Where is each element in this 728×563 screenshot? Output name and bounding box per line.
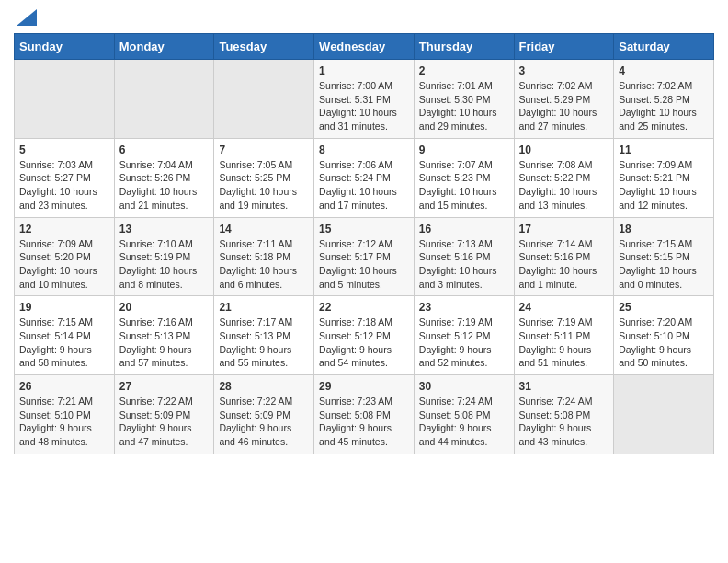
calendar-cell: 22Sunrise: 7:18 AM Sunset: 5:12 PM Dayli… (314, 296, 415, 375)
day-info: Sunrise: 7:22 AM Sunset: 5:09 PM Dayligh… (119, 396, 193, 447)
week-row-5: 26Sunrise: 7:21 AM Sunset: 5:10 PM Dayli… (15, 375, 714, 454)
day-info: Sunrise: 7:01 AM Sunset: 5:30 PM Dayligh… (419, 80, 497, 132)
day-number: 16 (419, 223, 509, 236)
svg-marker-0 (17, 9, 37, 26)
week-row-3: 12Sunrise: 7:09 AM Sunset: 5:20 PM Dayli… (15, 217, 714, 296)
day-number: 7 (219, 144, 309, 156)
header (14, 9, 714, 26)
calendar-cell: 23Sunrise: 7:19 AM Sunset: 5:12 PM Dayli… (414, 296, 514, 375)
day-number: 28 (219, 380, 309, 393)
day-info: Sunrise: 7:24 AM Sunset: 5:08 PM Dayligh… (419, 396, 493, 447)
day-number: 6 (119, 144, 210, 156)
calendar-cell: 19Sunrise: 7:15 AM Sunset: 5:14 PM Dayli… (15, 296, 115, 375)
day-number: 29 (319, 380, 409, 393)
calendar-cell: 8Sunrise: 7:06 AM Sunset: 5:24 PM Daylig… (314, 138, 415, 217)
calendar-cell (214, 60, 314, 139)
day-info: Sunrise: 7:09 AM Sunset: 5:21 PM Dayligh… (619, 159, 697, 211)
calendar-cell: 20Sunrise: 7:16 AM Sunset: 5:13 PM Dayli… (114, 296, 214, 375)
weekday-header-friday: Friday (514, 34, 614, 60)
day-info: Sunrise: 7:05 AM Sunset: 5:25 PM Dayligh… (219, 159, 297, 211)
weekday-header-tuesday: Tuesday (214, 34, 314, 60)
day-number: 31 (519, 380, 609, 393)
calendar-cell: 4Sunrise: 7:02 AM Sunset: 5:28 PM Daylig… (614, 60, 714, 139)
calendar-cell: 26Sunrise: 7:21 AM Sunset: 5:10 PM Dayli… (15, 375, 115, 454)
weekday-header-wednesday: Wednesday (314, 34, 415, 60)
calendar-cell: 13Sunrise: 7:10 AM Sunset: 5:19 PM Dayli… (114, 217, 214, 296)
day-info: Sunrise: 7:06 AM Sunset: 5:24 PM Dayligh… (319, 159, 397, 211)
day-info: Sunrise: 7:15 AM Sunset: 5:15 PM Dayligh… (619, 238, 697, 290)
day-info: Sunrise: 7:02 AM Sunset: 5:29 PM Dayligh… (519, 80, 597, 132)
day-number: 14 (219, 223, 309, 236)
calendar-cell: 16Sunrise: 7:13 AM Sunset: 5:16 PM Dayli… (414, 217, 514, 296)
day-info: Sunrise: 7:17 AM Sunset: 5:13 PM Dayligh… (219, 316, 292, 368)
day-info: Sunrise: 7:09 AM Sunset: 5:20 PM Dayligh… (19, 238, 97, 290)
calendar-cell: 30Sunrise: 7:24 AM Sunset: 5:08 PM Dayli… (414, 375, 514, 454)
day-number: 19 (19, 301, 109, 314)
day-info: Sunrise: 7:23 AM Sunset: 5:08 PM Dayligh… (319, 396, 392, 447)
week-row-1: 1Sunrise: 7:00 AM Sunset: 5:31 PM Daylig… (15, 60, 714, 139)
calendar-table: SundayMondayTuesdayWednesdayThursdayFrid… (14, 33, 714, 454)
calendar-cell: 5Sunrise: 7:03 AM Sunset: 5:27 PM Daylig… (15, 138, 115, 217)
weekday-header-sunday: Sunday (15, 34, 115, 60)
weekday-header-thursday: Thursday (414, 34, 514, 60)
day-number: 27 (119, 380, 210, 393)
calendar-cell (15, 60, 115, 139)
calendar-cell: 29Sunrise: 7:23 AM Sunset: 5:08 PM Dayli… (314, 375, 415, 454)
day-info: Sunrise: 7:12 AM Sunset: 5:17 PM Dayligh… (319, 238, 397, 290)
day-info: Sunrise: 7:19 AM Sunset: 5:11 PM Dayligh… (519, 316, 593, 368)
day-info: Sunrise: 7:02 AM Sunset: 5:28 PM Dayligh… (619, 80, 697, 132)
page: SundayMondayTuesdayWednesdayThursdayFrid… (0, 0, 728, 468)
weekday-header-row: SundayMondayTuesdayWednesdayThursdayFrid… (15, 34, 714, 60)
day-number: 9 (419, 144, 509, 156)
calendar-cell: 15Sunrise: 7:12 AM Sunset: 5:17 PM Dayli… (314, 217, 415, 296)
calendar-cell (114, 60, 214, 139)
day-info: Sunrise: 7:21 AM Sunset: 5:10 PM Dayligh… (19, 396, 93, 447)
day-number: 24 (519, 301, 609, 314)
day-number: 12 (19, 223, 109, 236)
calendar-cell: 18Sunrise: 7:15 AM Sunset: 5:15 PM Dayli… (614, 217, 714, 296)
day-number: 2 (419, 64, 509, 77)
day-number: 15 (319, 223, 409, 236)
calendar-cell: 6Sunrise: 7:04 AM Sunset: 5:26 PM Daylig… (114, 138, 214, 217)
day-info: Sunrise: 7:16 AM Sunset: 5:13 PM Dayligh… (119, 316, 193, 368)
calendar-cell: 27Sunrise: 7:22 AM Sunset: 5:09 PM Dayli… (114, 375, 214, 454)
day-info: Sunrise: 7:10 AM Sunset: 5:19 PM Dayligh… (119, 238, 198, 290)
day-number: 23 (419, 301, 509, 314)
day-number: 21 (219, 301, 309, 314)
day-number: 20 (119, 301, 210, 314)
day-number: 18 (619, 223, 709, 236)
day-info: Sunrise: 7:22 AM Sunset: 5:09 PM Dayligh… (219, 396, 292, 447)
day-number: 11 (619, 144, 709, 156)
day-number: 26 (19, 380, 109, 393)
calendar-cell (614, 375, 714, 454)
day-number: 1 (319, 64, 409, 77)
calendar-cell: 2Sunrise: 7:01 AM Sunset: 5:30 PM Daylig… (414, 60, 514, 139)
calendar-cell: 7Sunrise: 7:05 AM Sunset: 5:25 PM Daylig… (214, 138, 314, 217)
day-info: Sunrise: 7:20 AM Sunset: 5:10 PM Dayligh… (619, 316, 692, 368)
week-row-2: 5Sunrise: 7:03 AM Sunset: 5:27 PM Daylig… (15, 138, 714, 217)
day-number: 8 (319, 144, 409, 156)
day-info: Sunrise: 7:13 AM Sunset: 5:16 PM Dayligh… (419, 238, 497, 290)
calendar-cell: 31Sunrise: 7:24 AM Sunset: 5:08 PM Dayli… (514, 375, 614, 454)
calendar-cell: 21Sunrise: 7:17 AM Sunset: 5:13 PM Dayli… (214, 296, 314, 375)
day-info: Sunrise: 7:03 AM Sunset: 5:27 PM Dayligh… (19, 159, 97, 211)
day-info: Sunrise: 7:18 AM Sunset: 5:12 PM Dayligh… (319, 316, 392, 368)
calendar-cell: 25Sunrise: 7:20 AM Sunset: 5:10 PM Dayli… (614, 296, 714, 375)
calendar-cell: 11Sunrise: 7:09 AM Sunset: 5:21 PM Dayli… (614, 138, 714, 217)
calendar-cell: 9Sunrise: 7:07 AM Sunset: 5:23 PM Daylig… (414, 138, 514, 217)
day-number: 30 (419, 380, 509, 393)
day-info: Sunrise: 7:15 AM Sunset: 5:14 PM Dayligh… (19, 316, 93, 368)
day-number: 10 (519, 144, 609, 156)
weekday-header-monday: Monday (114, 34, 214, 60)
calendar-cell: 10Sunrise: 7:08 AM Sunset: 5:22 PM Dayli… (514, 138, 614, 217)
day-info: Sunrise: 7:00 AM Sunset: 5:31 PM Dayligh… (319, 80, 397, 132)
day-info: Sunrise: 7:07 AM Sunset: 5:23 PM Dayligh… (419, 159, 497, 211)
day-info: Sunrise: 7:11 AM Sunset: 5:18 PM Dayligh… (219, 238, 297, 290)
day-number: 25 (619, 301, 709, 314)
calendar-cell: 24Sunrise: 7:19 AM Sunset: 5:11 PM Dayli… (514, 296, 614, 375)
day-number: 13 (119, 223, 210, 236)
calendar-cell: 28Sunrise: 7:22 AM Sunset: 5:09 PM Dayli… (214, 375, 314, 454)
day-info: Sunrise: 7:08 AM Sunset: 5:22 PM Dayligh… (519, 159, 597, 211)
day-info: Sunrise: 7:19 AM Sunset: 5:12 PM Dayligh… (419, 316, 493, 368)
day-info: Sunrise: 7:04 AM Sunset: 5:26 PM Dayligh… (119, 159, 198, 211)
